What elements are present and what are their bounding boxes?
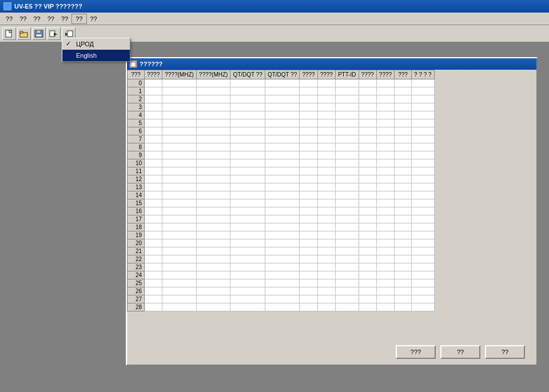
cell-20-2[interactable]: [196, 239, 230, 247]
cell-24-6[interactable]: [317, 271, 335, 279]
cell-20-11[interactable]: [412, 239, 435, 247]
channel-table-container[interactable]: ??? ???? ????(MHZ) ????(MHZ) QT/DQT ?? Q…: [127, 70, 536, 342]
cell-28-5[interactable]: [300, 303, 317, 311]
cell-0-8[interactable]: [359, 79, 376, 87]
cell-9-6[interactable]: [317, 151, 335, 159]
table-row[interactable]: 23: [128, 263, 435, 271]
cell-1-9[interactable]: [376, 87, 394, 95]
cell-26-9[interactable]: [376, 287, 394, 295]
cell-10-11[interactable]: [412, 159, 435, 167]
table-row[interactable]: 4: [128, 111, 435, 119]
cell-15-10[interactable]: [395, 199, 412, 207]
cell-11-10[interactable]: [395, 167, 412, 175]
cell-5-9[interactable]: [376, 119, 394, 127]
cell-4-9[interactable]: [376, 111, 394, 119]
table-row[interactable]: 5: [128, 119, 435, 127]
cell-21-2[interactable]: [196, 247, 230, 255]
cell-1-3[interactable]: [230, 87, 265, 95]
cell-18-4[interactable]: [265, 223, 300, 231]
cell-18-9[interactable]: [376, 223, 394, 231]
cell-5-11[interactable]: [412, 119, 435, 127]
cell-27-4[interactable]: [265, 295, 300, 303]
cell-25-8[interactable]: [359, 279, 376, 287]
cell-11-8[interactable]: [359, 167, 376, 175]
cell-14-5[interactable]: [300, 191, 317, 199]
close-button[interactable]: ??: [485, 345, 525, 359]
cell-3-1[interactable]: [162, 103, 197, 111]
toolbar-btn-export[interactable]: [47, 27, 61, 40]
cell-2-7[interactable]: [335, 95, 359, 103]
cell-22-5[interactable]: [300, 255, 317, 263]
table-row[interactable]: 6: [128, 127, 435, 135]
cell-20-0[interactable]: [145, 239, 162, 247]
cell-22-4[interactable]: [265, 255, 300, 263]
cell-12-3[interactable]: [230, 175, 265, 183]
cell-22-7[interactable]: [335, 255, 359, 263]
cell-8-8[interactable]: [359, 143, 376, 151]
cell-2-5[interactable]: [300, 95, 317, 103]
cell-22-8[interactable]: [359, 255, 376, 263]
cell-23-7[interactable]: [335, 263, 359, 271]
cell-1-6[interactable]: [317, 87, 335, 95]
cell-19-1[interactable]: [162, 231, 197, 239]
cell-27-3[interactable]: [230, 295, 265, 303]
cell-5-4[interactable]: [265, 119, 300, 127]
cell-1-8[interactable]: [359, 87, 376, 95]
cell-17-7[interactable]: [335, 215, 359, 223]
cell-5-10[interactable]: [395, 119, 412, 127]
cell-11-6[interactable]: [317, 167, 335, 175]
cell-9-2[interactable]: [196, 151, 230, 159]
cell-6-5[interactable]: [300, 127, 317, 135]
cell-7-3[interactable]: [230, 135, 265, 143]
dropdown-item-english[interactable]: English: [62, 50, 130, 61]
cell-19-0[interactable]: [145, 231, 162, 239]
cell-6-3[interactable]: [230, 127, 265, 135]
cell-6-0[interactable]: [145, 127, 162, 135]
cell-0-2[interactable]: [196, 79, 230, 87]
menu-item-1[interactable]: ??: [2, 14, 16, 23]
cell-9-0[interactable]: [145, 151, 162, 159]
cell-27-11[interactable]: [412, 295, 435, 303]
cell-4-2[interactable]: [196, 111, 230, 119]
cell-17-10[interactable]: [395, 215, 412, 223]
cell-2-10[interactable]: [395, 95, 412, 103]
cell-1-7[interactable]: [335, 87, 359, 95]
cell-2-9[interactable]: [376, 95, 394, 103]
cell-22-11[interactable]: [412, 255, 435, 263]
cell-28-3[interactable]: [230, 303, 265, 311]
cell-9-8[interactable]: [359, 151, 376, 159]
cell-20-7[interactable]: [335, 239, 359, 247]
cell-18-0[interactable]: [145, 223, 162, 231]
cell-1-4[interactable]: [265, 87, 300, 95]
cell-11-0[interactable]: [145, 167, 162, 175]
cell-0-7[interactable]: [335, 79, 359, 87]
cell-1-0[interactable]: [145, 87, 162, 95]
cell-12-7[interactable]: [335, 175, 359, 183]
cell-12-2[interactable]: [196, 175, 230, 183]
cell-14-9[interactable]: [376, 191, 394, 199]
cell-17-0[interactable]: [145, 215, 162, 223]
cell-23-10[interactable]: [395, 263, 412, 271]
cell-14-0[interactable]: [145, 191, 162, 199]
cell-4-11[interactable]: [412, 111, 435, 119]
cell-13-6[interactable]: [317, 183, 335, 191]
cell-16-1[interactable]: [162, 207, 197, 215]
cell-22-6[interactable]: [317, 255, 335, 263]
cell-17-2[interactable]: [196, 215, 230, 223]
cell-5-6[interactable]: [317, 119, 335, 127]
cell-19-10[interactable]: [395, 231, 412, 239]
cell-8-5[interactable]: [300, 143, 317, 151]
cell-0-3[interactable]: [230, 79, 265, 87]
table-row[interactable]: 26: [128, 287, 435, 295]
cell-2-4[interactable]: [265, 95, 300, 103]
cell-20-8[interactable]: [359, 239, 376, 247]
cell-21-5[interactable]: [300, 247, 317, 255]
cell-27-7[interactable]: [335, 295, 359, 303]
cell-23-8[interactable]: [359, 263, 376, 271]
cell-1-11[interactable]: [412, 87, 435, 95]
cell-9-9[interactable]: [376, 151, 394, 159]
cell-24-11[interactable]: [412, 271, 435, 279]
cell-9-5[interactable]: [300, 151, 317, 159]
cell-9-10[interactable]: [395, 151, 412, 159]
cell-7-8[interactable]: [359, 135, 376, 143]
